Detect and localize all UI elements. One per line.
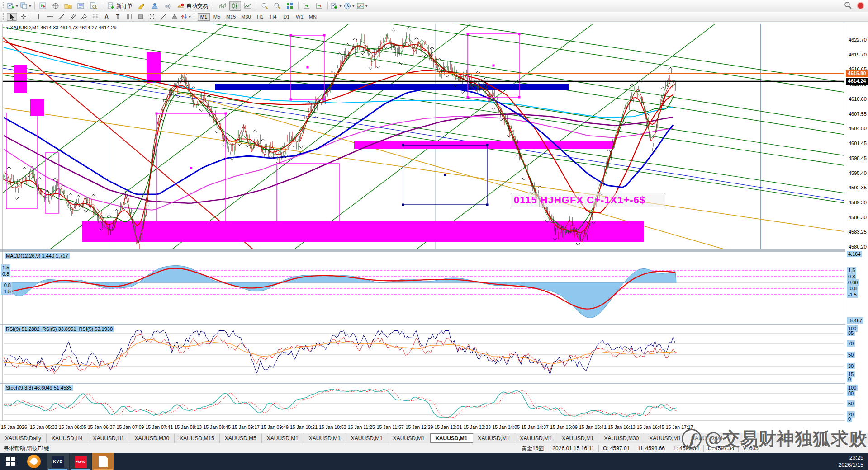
auto-scroll-button[interactable] (301, 1, 313, 11)
chart-tab[interactable]: XAUUSD,M1 (388, 433, 430, 443)
chart-tab[interactable]: XAUUSD,M1 (473, 433, 515, 443)
chart-tab[interactable]: XAUUSD,H4 (47, 433, 88, 443)
alerts-button[interactable] (161, 1, 173, 11)
taskbar-app-active[interactable] (92, 453, 114, 470)
pattern-tool[interactable] (147, 13, 157, 21)
channel-tool[interactable] (67, 13, 78, 21)
browser-icon[interactable] (27, 455, 41, 468)
cycle-lines-tool[interactable] (124, 13, 134, 21)
chart-tab[interactable]: XAUUSD,M30 (129, 433, 175, 443)
chart-tab[interactable]: XAUUSD,M5 (220, 433, 262, 443)
taskbar-app-fxpro[interactable]: FxPro (70, 453, 91, 470)
chart-tab[interactable]: XAUUSD,M1 (262, 433, 304, 443)
segment-tool[interactable] (158, 13, 168, 21)
start-button[interactable] (0, 453, 21, 470)
timeframe-M30[interactable]: M30 (239, 13, 253, 21)
chart-tab[interactable]: XAUUSD,M15 (175, 433, 220, 443)
fibonacci-tool[interactable] (90, 13, 100, 21)
price-tick: 4604.50 (849, 126, 867, 131)
horizontal-line-tool[interactable] (45, 13, 55, 21)
chart-tab[interactable]: XAUUSD,M1 (644, 433, 686, 443)
text-tool[interactable]: A (101, 13, 112, 21)
chart-shift-button[interactable] (313, 1, 325, 11)
chart-tab[interactable]: XAUUSD,M1 (686, 433, 728, 443)
time-label: 15 Jan 13:33 (463, 424, 491, 430)
chart-tab[interactable]: XAUUSD,M1 (515, 433, 557, 443)
cursor-tool[interactable] (7, 13, 17, 21)
bid-price-badge: 4614.24 (846, 78, 868, 85)
separator (634, 445, 634, 452)
chart-tab[interactable]: XAUUSD,M1 (346, 433, 388, 443)
periods-button[interactable]: ▼ (343, 1, 356, 11)
timeframe-M15[interactable]: M15 (224, 13, 238, 21)
time-label: 15 Jan 16:13 (608, 424, 636, 430)
auto-trading-button[interactable]: 自动交易 (174, 1, 211, 11)
zoom-in-button[interactable] (259, 1, 270, 11)
trendline-tool[interactable] (56, 13, 66, 21)
toolbar-grip[interactable] (3, 2, 5, 9)
timeframe-M5[interactable]: M5 (211, 13, 223, 21)
data-window-button[interactable] (50, 1, 62, 11)
chart-tab-bar: XAUUSD,DailyXAUUSD,H4XAUUSD,H1XAUUSD,M30… (0, 433, 868, 443)
status-profile[interactable]: 黄金16图 (519, 445, 546, 452)
tab-scroll-right[interactable]: ▶ (863, 435, 867, 440)
toolbar-grip[interactable] (194, 13, 196, 20)
vertical-line-tool[interactable] (33, 13, 44, 21)
taskbar-app-kvb[interactable]: KVB (47, 453, 69, 470)
tile-windows-button[interactable] (284, 1, 296, 11)
time-label: 15 Jan 10:53 (319, 424, 346, 430)
timeframe-H4[interactable]: H4 (267, 13, 280, 21)
chart-tab[interactable]: XAUUSD,M30 (599, 433, 645, 443)
price-tick: 4580.20 (849, 244, 867, 249)
price-chart[interactable] (0, 23, 845, 421)
status-quote-field: C: 4597.34 (706, 445, 737, 451)
timeframe-MN[interactable]: MN (307, 13, 319, 21)
toolbar-grip[interactable] (213, 2, 215, 9)
metaeditor-button[interactable] (136, 1, 148, 11)
timeframe-M1[interactable]: M1 (198, 13, 210, 21)
chevron-down-icon: ▼ (5, 26, 10, 30)
separator (548, 445, 548, 452)
search-icon[interactable] (844, 1, 852, 9)
crosshair-tool[interactable] (18, 13, 28, 21)
rectangle-tool[interactable] (135, 13, 146, 21)
market-watch-button[interactable] (37, 1, 49, 11)
chart-tab[interactable]: XAUUSD,H1 (88, 433, 130, 443)
triangle-tool[interactable] (169, 13, 180, 21)
time-label: 15 Jan 07:41 (146, 424, 173, 430)
kvb-icon: KVB (52, 456, 64, 468)
new-chart-button[interactable]: ▼ (7, 1, 19, 11)
navigator-button[interactable] (62, 1, 74, 11)
chart-tab[interactable]: XAUUSD,M1 (430, 433, 473, 443)
taskbar-clock[interactable]: 23:25 2026/1/15 (838, 454, 863, 469)
chart-tab[interactable]: XAUUSD,M1 (304, 433, 346, 443)
chart-tab[interactable]: XAUUSD,Daily (0, 433, 47, 443)
notification-icon[interactable] (857, 2, 864, 9)
new-order-button[interactable]: 新订单 (104, 1, 136, 11)
line-chart-button[interactable] (242, 1, 254, 11)
axis-tick: 0.00 (847, 279, 859, 286)
pitchfork-tool[interactable] (79, 13, 89, 21)
strategy-tester-button[interactable] (88, 1, 100, 11)
clock-date: 2026/1/15 (838, 461, 863, 469)
indicators-button[interactable]: ▼ (330, 1, 342, 11)
community-button[interactable] (149, 1, 161, 11)
timeframe-D1[interactable]: D1 (280, 13, 293, 21)
chart-tab[interactable]: XAUUSD,M1 (557, 433, 599, 443)
label-tool[interactable]: T (113, 13, 123, 21)
timeframe-W1[interactable]: W1 (294, 13, 306, 21)
zoom-out-button[interactable] (271, 1, 283, 11)
arrows-tool[interactable]: ▼ (180, 13, 192, 21)
axis-tick: 0.8 (847, 273, 856, 280)
timeframe-H1[interactable]: H1 (254, 13, 266, 21)
candlestick-chart-button[interactable] (229, 1, 241, 11)
chevron-down-icon: ▼ (365, 5, 368, 8)
bar-chart-button[interactable] (217, 1, 228, 11)
chart-annotation[interactable]: 0115 HJHGFX C+-1X1+-6$ (511, 193, 665, 207)
toolbar-grip[interactable] (3, 13, 5, 20)
terminal-button[interactable] (75, 1, 87, 11)
templates-button[interactable]: ▼ (356, 1, 369, 11)
separator (327, 2, 328, 10)
profiles-button[interactable]: ▼ (20, 1, 32, 11)
price-tick: 4601.45 (849, 141, 867, 146)
